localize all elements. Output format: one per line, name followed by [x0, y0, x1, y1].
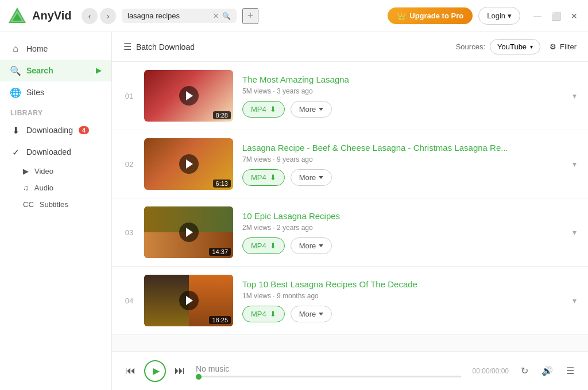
video-number: 01: [123, 92, 135, 100]
volume-button[interactable]: 🔊: [539, 362, 556, 380]
maximize-button[interactable]: ⬜: [549, 9, 563, 23]
video-number: 04: [123, 297, 135, 305]
search-icon: 🔍: [10, 65, 21, 76]
download-icon: ⬇: [270, 310, 276, 318]
download-icon: ⬇: [270, 241, 276, 250]
video-title[interactable]: Lasagna Recipe - Beef & Cheese Lasagna -…: [242, 143, 563, 153]
table-row: 04 18:25 Top 10 Best Lasagna Recipes Of …: [112, 267, 588, 335]
video-meta: 2M views · 2 years ago: [242, 224, 563, 232]
crown-icon: 👑: [397, 11, 406, 20]
mp4-label: MP4: [251, 310, 266, 318]
sidebar-item-subtitles[interactable]: CC Subtitles: [0, 196, 111, 213]
mp4-label: MP4: [251, 173, 266, 182]
app-name: AnyVid: [32, 9, 72, 22]
close-button[interactable]: ✕: [567, 9, 581, 23]
sidebar-home-label: Home: [26, 44, 48, 53]
player-controls: ⏮ ▶ ⏭: [121, 360, 189, 382]
logo-icon: [7, 6, 28, 26]
more-button[interactable]: More: [291, 237, 332, 254]
batch-download-label: Batch Download: [136, 42, 195, 52]
mp4-download-button[interactable]: MP4 ⬇: [242, 101, 285, 118]
sidebar-item-search[interactable]: 🔍 Search ▶: [0, 60, 111, 81]
video-thumbnail[interactable]: 6:13: [144, 138, 233, 190]
forward-button[interactable]: ›: [100, 8, 116, 24]
video-actions: MP4 ⬇ More: [242, 101, 563, 118]
upgrade-button[interactable]: 👑 Upgrade to Pro: [388, 7, 473, 24]
sidebar-subtitles-label: Subtitles: [40, 200, 68, 209]
video-number: 02: [123, 160, 135, 169]
downloading-icon: ⬇: [10, 125, 21, 135]
video-title[interactable]: The Most Amazing Lasagna: [242, 75, 563, 84]
sidebar-arrow-icon: ▶: [96, 67, 101, 75]
next-track-button[interactable]: ⏭: [171, 362, 189, 380]
search-tab-text: lasagna recipes: [127, 11, 210, 20]
audio-icon: ♫: [23, 184, 29, 192]
back-button[interactable]: ‹: [82, 8, 98, 24]
batch-icon: ☰: [123, 41, 131, 52]
video-title[interactable]: 10 Epic Lasagna Recipes: [242, 211, 563, 221]
sidebar-item-sites[interactable]: 🌐 Sites: [0, 81, 111, 103]
mp4-download-button[interactable]: MP4 ⬇: [242, 169, 285, 186]
player-right-controls: ↻ 🔊 ☰: [516, 362, 579, 380]
toolbar: ☰ Batch Download Sources: YouTube ▾ ⚙ Fi…: [112, 32, 588, 62]
filter-icon: ⚙: [550, 42, 556, 51]
nav-buttons: ‹ ›: [82, 8, 116, 24]
sources-dropdown[interactable]: YouTube ▾: [490, 39, 540, 54]
player-info: No music: [196, 364, 461, 377]
video-info: Lasagna Recipe - Beef & Cheese Lasagna -…: [242, 143, 563, 186]
video-list: 01 8:28 The Most Amazing Lasagna 5M view…: [112, 62, 588, 351]
no-music-label: No music: [196, 364, 461, 373]
more-button[interactable]: More: [291, 101, 332, 118]
video-title[interactable]: Top 10 Best Lasagna Recipes Of The Decad…: [242, 279, 563, 289]
play-overlay: [179, 154, 199, 174]
expand-button[interactable]: ▾: [572, 228, 577, 237]
video-thumbnail[interactable]: 8:28: [144, 70, 233, 122]
minimize-button[interactable]: —: [531, 9, 544, 23]
subtitles-icon: CC: [23, 200, 34, 209]
sidebar-item-video[interactable]: ▶ Video: [0, 163, 111, 180]
table-row: 01 8:28 The Most Amazing Lasagna 5M view…: [112, 62, 588, 130]
sidebar-item-downloading[interactable]: ⬇ Downloading 4: [0, 119, 111, 141]
mp4-download-button[interactable]: MP4 ⬇: [242, 237, 285, 254]
video-meta: 5M views · 3 years ago: [242, 87, 563, 95]
video-thumbnail[interactable]: 18:25: [144, 275, 233, 326]
batch-download-button[interactable]: ☰ Batch Download: [123, 41, 195, 52]
sidebar-item-audio[interactable]: ♫ Audio: [0, 180, 111, 196]
video-actions: MP4 ⬇ More: [242, 306, 563, 322]
mp4-label: MP4: [251, 241, 266, 250]
sidebar-item-downloaded[interactable]: ✓ Downloaded: [0, 141, 111, 163]
content-area: ☰ Batch Download Sources: YouTube ▾ ⚙ Fi…: [112, 32, 588, 390]
chevron-down-icon: [319, 244, 323, 247]
sources-label: Sources:: [456, 42, 485, 51]
playlist-button[interactable]: ☰: [562, 362, 579, 380]
repeat-button[interactable]: ↻: [516, 362, 533, 380]
mp4-download-button[interactable]: MP4 ⬇: [242, 306, 285, 322]
time-display: 00:00/00:00: [473, 367, 509, 375]
duration-badge: 18:25: [209, 316, 231, 324]
sidebar-item-home[interactable]: ⌂ Home: [0, 38, 111, 60]
tab-close-icon[interactable]: ✕: [213, 12, 219, 20]
more-button[interactable]: More: [291, 306, 332, 322]
progress-bar[interactable]: [196, 376, 461, 377]
sidebar-audio-label: Audio: [34, 184, 53, 192]
expand-button[interactable]: ▾: [572, 296, 577, 305]
add-tab-button[interactable]: +: [242, 8, 258, 24]
video-thumbnail[interactable]: 14:37: [144, 206, 233, 258]
play-icon: ▶: [153, 365, 160, 376]
prev-track-button[interactable]: ⏮: [121, 362, 140, 380]
download-icon: ⬇: [270, 105, 276, 114]
sources-chevron-icon: ▾: [530, 44, 533, 50]
downloaded-icon: ✓: [10, 147, 21, 157]
search-tab[interactable]: lasagna recipes ✕ 🔍: [122, 9, 237, 23]
play-pause-button[interactable]: ▶: [144, 360, 166, 382]
expand-button[interactable]: ▾: [572, 91, 577, 100]
sites-icon: 🌐: [10, 87, 21, 98]
sidebar-video-label: Video: [34, 167, 53, 176]
filter-button[interactable]: ⚙ Filter: [550, 42, 577, 51]
download-icon: ⬇: [270, 173, 276, 182]
more-button[interactable]: More: [291, 169, 332, 186]
expand-button[interactable]: ▾: [572, 159, 577, 169]
login-button[interactable]: Login ▾: [478, 7, 520, 25]
sidebar: ⌂ Home 🔍 Search ▶ 🌐 Sites Library ⬇ Down…: [0, 32, 112, 390]
chevron-down-icon: ▾: [508, 11, 512, 20]
